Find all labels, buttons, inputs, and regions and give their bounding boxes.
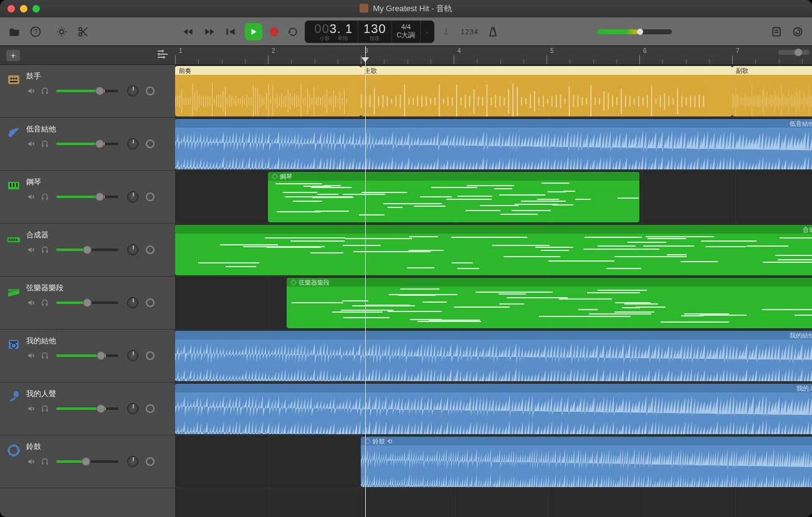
pan-knob[interactable] — [127, 456, 138, 467]
settings-icon[interactable] — [55, 25, 69, 39]
region[interactable]: 我的人聲我的人聲 — [175, 384, 812, 434]
mute-button[interactable] — [26, 192, 36, 201]
track-volume-slider[interactable] — [56, 140, 118, 148]
track-volume-slider[interactable] — [56, 404, 118, 413]
close-window-button[interactable] — [7, 5, 15, 12]
track-volume-slider[interactable] — [56, 245, 118, 254]
track-header[interactable]: 鼓手 — [0, 65, 175, 118]
scissors-icon[interactable] — [76, 25, 90, 39]
svg-rect-92 — [257, 88, 258, 114]
record-button[interactable] — [270, 27, 279, 36]
svg-rect-184 — [578, 96, 578, 107]
headphones-button[interactable] — [40, 245, 50, 254]
mute-button[interactable] — [26, 351, 36, 360]
pan-knob[interactable] — [127, 350, 138, 361]
pan-knob[interactable] — [127, 85, 138, 97]
automation-button[interactable] — [146, 87, 155, 95]
automation-button[interactable] — [146, 298, 155, 307]
arrange-area[interactable]: 12345678 前奏主歌副歌低音結他 ⟲低音結他 ⟲◇ 鋼琴◇ 合成器合成器◇… — [175, 46, 812, 517]
lcd-display[interactable]: 003. 1 小節 單拍 130 拍速 4/4 C大調 ⌄ — [305, 21, 435, 43]
add-track-button[interactable]: + — [6, 50, 20, 61]
pan-knob[interactable] — [127, 138, 138, 149]
automation-button[interactable] — [146, 192, 155, 201]
automation-button[interactable] — [146, 245, 155, 254]
master-volume-slider[interactable] — [597, 29, 672, 34]
svg-rect-26 — [46, 197, 47, 200]
svg-rect-213 — [703, 95, 704, 107]
region[interactable]: 我的結他 ⟲我的結他 ⟲ — [175, 331, 812, 381]
track-header[interactable]: 低音結他 — [0, 118, 175, 171]
headphones-button[interactable] — [40, 87, 50, 95]
track-volume-slider[interactable] — [56, 457, 118, 466]
track-header[interactable]: 我的人聲 — [0, 382, 175, 435]
horizontal-zoom-slider[interactable] — [778, 50, 810, 55]
mute-button[interactable] — [26, 457, 36, 466]
mute-button[interactable] — [26, 298, 36, 307]
region-area[interactable]: 前奏主歌副歌低音結他 ⟲低音結他 ⟲◇ 鋼琴◇ 合成器合成器◇ 弦樂器樂段我的結… — [175, 65, 812, 517]
track-volume-slider[interactable] — [56, 351, 118, 360]
svg-rect-80 — [231, 96, 232, 107]
automation-button[interactable] — [146, 351, 155, 360]
mic-icon — [5, 386, 22, 431]
notepad-button[interactable] — [770, 25, 783, 39]
track-header[interactable]: 合成器 — [0, 224, 175, 277]
mute-button[interactable] — [26, 87, 36, 95]
tuner-button[interactable] — [439, 25, 453, 39]
automation-button[interactable] — [146, 140, 155, 148]
region[interactable]: 前奏 — [175, 66, 361, 116]
svg-rect-148 — [421, 95, 422, 107]
track-header[interactable]: 弦樂器樂段 — [0, 277, 175, 330]
bar-ruler[interactable]: 12345678 — [175, 46, 812, 65]
go-to-start-button[interactable] — [224, 25, 237, 39]
svg-rect-177 — [547, 99, 548, 104]
library-button[interactable] — [7, 25, 21, 39]
region[interactable]: 低音結他 ⟲低音結他 ⟲ — [175, 119, 812, 169]
pan-knob[interactable] — [127, 297, 138, 308]
track-header[interactable]: 鈴鼓 — [0, 435, 175, 488]
cycle-button[interactable] — [286, 25, 300, 39]
track-volume-slider[interactable] — [56, 192, 118, 201]
mute-button[interactable] — [26, 245, 36, 254]
headphones-button[interactable] — [40, 404, 50, 413]
headphones-button[interactable] — [40, 298, 50, 307]
headphones-button[interactable] — [40, 457, 50, 466]
region[interactable]: 主歌 — [361, 66, 732, 116]
mute-button[interactable] — [26, 404, 36, 413]
track-header[interactable]: 我的結他 — [0, 330, 175, 382]
headphones-button[interactable] — [40, 140, 50, 148]
region[interactable]: 副歌 — [732, 66, 812, 116]
pan-knob[interactable] — [127, 403, 138, 414]
rewind-button[interactable] — [181, 25, 195, 39]
region[interactable]: ◇ 鈴鼓 ⟲ — [361, 437, 812, 487]
play-button[interactable] — [245, 23, 262, 40]
headphones-button[interactable] — [40, 192, 50, 201]
headphones-button[interactable] — [40, 351, 50, 360]
fullscreen-window-button[interactable] — [32, 5, 40, 12]
track-volume-slider[interactable] — [56, 87, 118, 95]
pan-knob[interactable] — [127, 244, 138, 255]
svg-rect-96 — [266, 93, 267, 110]
svg-rect-137 — [374, 88, 375, 115]
count-in-button[interactable]: 1234 — [461, 28, 478, 36]
loops-button[interactable] — [791, 25, 805, 39]
svg-rect-145 — [408, 98, 409, 105]
track-header[interactable]: 鋼琴 — [0, 171, 175, 224]
automation-button[interactable] — [146, 404, 155, 413]
automation-button[interactable] — [146, 457, 155, 466]
pan-knob[interactable] — [127, 191, 138, 202]
svg-rect-69 — [208, 96, 208, 107]
svg-rect-77 — [225, 87, 226, 116]
region[interactable]: ◇ 鋼琴 — [268, 172, 639, 222]
forward-button[interactable] — [203, 25, 216, 39]
playhead[interactable] — [365, 46, 366, 517]
lcd-dropdown-icon[interactable]: ⌄ — [421, 28, 429, 35]
track-filter-button[interactable] — [156, 50, 169, 60]
svg-rect-86 — [244, 98, 245, 105]
minimize-window-button[interactable] — [20, 5, 27, 12]
region[interactable]: ◇ 合成器合成器 — [175, 225, 812, 275]
track-volume-slider[interactable] — [56, 298, 118, 307]
metronome-button[interactable] — [486, 25, 500, 39]
svg-point-9 — [158, 53, 160, 55]
mute-button[interactable] — [26, 140, 36, 148]
help-button[interactable]: ? — [29, 25, 42, 39]
